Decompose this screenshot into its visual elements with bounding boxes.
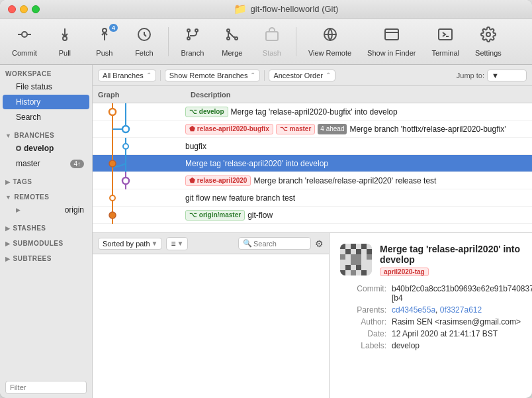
svg-point-12 <box>227 37 230 40</box>
file-tree-gear-button[interactable]: ⚙ <box>315 238 324 249</box>
commit-row[interactable]: ⬟ relase-april2020-bugfix ⌥ master 4 ahe… <box>93 121 532 138</box>
subtrees-header[interactable]: ▶ SUBTREES <box>0 254 92 264</box>
parent2-link[interactable]: 0f3327a612 <box>440 305 482 315</box>
parents-value: cd4345e55a, 0f3327a612 <box>392 305 532 315</box>
sidebar: WORKSPACE File status History Search ▼ B… <box>0 65 93 398</box>
commit-graph-3 <box>93 138 185 155</box>
detail-meta: Commit: b40bf2c0a8cc31b09693e62e91b74083… <box>340 284 521 350</box>
terminal-button[interactable]: Terminal <box>425 23 466 61</box>
push-button[interactable]: 4 Push <box>86 23 123 61</box>
jump-to-container: Jump to: ▼ <box>457 70 527 81</box>
remotes-header[interactable]: ▼ REMOTES <box>0 192 92 202</box>
stashes-header[interactable]: ▶ STASHES <box>0 223 92 233</box>
date-label: Date: <box>340 329 386 338</box>
subtrees-section: ▶ SUBTREES <box>0 250 92 265</box>
submodules-section: ▶ SUBMODULES <box>0 234 92 250</box>
commit-row[interactable]: Merge tag 'relase-april2020' into develo… <box>93 155 532 172</box>
push-badge: 4 <box>109 24 118 32</box>
detail-tag: april2020-tag <box>380 268 429 276</box>
detail-info: Merge tag 'relase-april2020' into develo… <box>380 244 521 276</box>
parent1-link[interactable]: cd4345e55a <box>392 305 435 315</box>
maximize-button[interactable] <box>32 5 40 13</box>
stash-button[interactable]: Stash <box>253 23 290 61</box>
filter-input[interactable] <box>5 381 87 394</box>
tags-header[interactable]: ▶ TAGS <box>0 177 92 187</box>
pull-button[interactable]: Pull <box>46 23 83 61</box>
branches-header[interactable]: ▼ BRANCHES <box>0 130 92 140</box>
show-in-finder-button[interactable]: Show in Finder <box>361 23 422 61</box>
bottom-split: Sorted by path ▼ ≡ ▼ 🔍 ⚙ <box>93 232 532 398</box>
remotes-section: ▼ REMOTES ▶ origin <box>0 188 92 219</box>
sidebar-item-origin[interactable]: ▶ origin <box>3 203 89 217</box>
fetch-icon <box>136 26 152 46</box>
svg-point-8 <box>195 29 198 32</box>
svg-rect-54 <box>351 270 356 275</box>
stash-icon <box>264 26 280 46</box>
commit-button[interactable]: Commit <box>5 23 44 61</box>
chevron-down-icon: ▼ <box>5 132 11 139</box>
commit-row[interactable]: ⬟ relase-april2020 Merge branch 'release… <box>93 172 532 189</box>
file-search-input[interactable] <box>253 240 306 248</box>
sort-dropdown[interactable]: Sorted by path ▼ <box>98 238 162 250</box>
sidebar-item-history[interactable]: History <box>3 95 89 109</box>
commit-graph-4 <box>93 155 185 172</box>
svg-rect-44 <box>361 244 367 249</box>
chevron-right-icon-stashes: ▶ <box>5 225 11 232</box>
branch-tag-relase: ⬟ relase-april2020-bugfix <box>185 124 273 134</box>
chevron-right-icon-subtrees: ▶ <box>5 256 11 262</box>
traffic-lights <box>8 5 40 13</box>
settings-button[interactable]: Settings <box>468 23 508 61</box>
commit-desc-4: Merge tag 'relase-april2020' into develo… <box>185 159 532 168</box>
merge-button[interactable]: Merge <box>214 23 251 61</box>
commit-row[interactable]: git flow new feature branch test <box>93 189 532 207</box>
svg-rect-51 <box>345 265 351 270</box>
chevron-right-icon-sub: ▶ <box>5 240 11 247</box>
commit-row[interactable]: bugfix <box>93 138 532 155</box>
commit-row[interactable]: ⌥ develop Merge tag 'relase-april2020-bu… <box>93 103 532 121</box>
view-toggle[interactable]: ≡ ▼ <box>166 237 188 250</box>
svg-rect-50 <box>367 254 372 260</box>
sidebar-item-develop[interactable]: develop <box>3 141 89 156</box>
minimize-button[interactable] <box>20 5 28 13</box>
file-tree-content <box>93 254 329 398</box>
commit-graph-7 <box>93 207 185 224</box>
workspace-header[interactable]: WORKSPACE <box>0 69 92 79</box>
detail-pane: Merge tag 'relase-april2020' into develo… <box>330 233 532 398</box>
close-button[interactable] <box>8 5 16 13</box>
file-tree: Sorted by path ▼ ≡ ▼ 🔍 ⚙ <box>93 233 330 398</box>
fetch-button[interactable]: Fetch <box>126 23 163 61</box>
list-icon: ≡ <box>171 239 175 248</box>
file-tree-toolbar: Sorted by path ▼ ≡ ▼ 🔍 ⚙ <box>93 233 329 254</box>
ancestor-order-dropdown[interactable]: Ancestor Order ⌃ <box>269 70 335 81</box>
sidebar-item-file-status[interactable]: File status <box>3 79 89 94</box>
svg-rect-15 <box>266 32 278 40</box>
commit-row[interactable]: ⌥ origin/master git-flow <box>93 207 532 224</box>
svg-rect-55 <box>361 270 367 275</box>
jump-to-dropdown[interactable]: ▼ <box>487 70 527 81</box>
sidebar-item-search[interactable]: Search <box>3 110 89 124</box>
branch-tag-master: ⌥ master <box>276 124 316 134</box>
svg-point-11 <box>227 29 230 32</box>
commit-graph-1 <box>93 103 185 121</box>
author-label: Author: <box>340 317 386 326</box>
svg-rect-49 <box>351 254 361 265</box>
branch-icon <box>185 26 200 46</box>
right-content: All Branches ⌃ Show Remote Branches ⌃ An… <box>93 65 532 398</box>
commit-label: Commit: <box>340 284 386 303</box>
view-remote-button[interactable]: View Remote <box>302 23 358 61</box>
svg-point-9 <box>187 37 190 40</box>
sidebar-item-master[interactable]: master 4↑ <box>3 156 89 171</box>
svg-point-21 <box>486 32 490 36</box>
svg-point-38 <box>110 195 115 201</box>
submodules-header[interactable]: ▶ SUBMODULES <box>0 238 92 248</box>
branch-button[interactable]: Branch <box>174 23 211 61</box>
detail-header: Merge tag 'relase-april2020' into develo… <box>340 244 521 276</box>
app-window: 📁 git-flow-helloworld (Git) Commit Pull <box>0 0 532 398</box>
all-branches-dropdown[interactable]: All Branches ⌃ <box>98 70 156 81</box>
terminal-icon <box>437 26 453 46</box>
svg-rect-42 <box>340 244 345 249</box>
show-remote-dropdown[interactable]: Show Remote Branches ⌃ <box>165 70 261 81</box>
author-value: Rasim SEN <rasimsen@gmail.com> <box>392 317 532 326</box>
svg-point-30 <box>123 144 128 149</box>
active-branch-dot <box>16 146 21 151</box>
